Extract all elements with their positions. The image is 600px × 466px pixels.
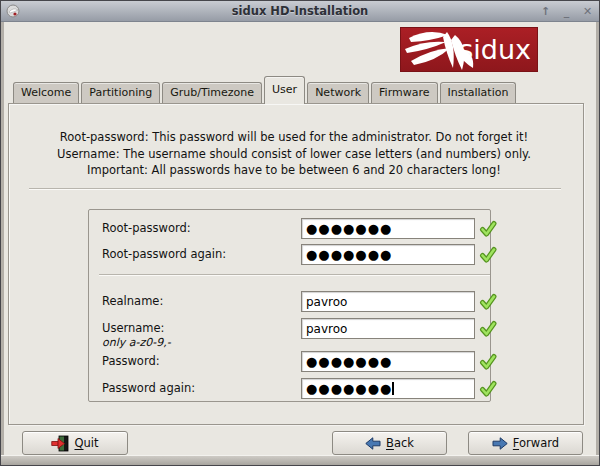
root-password-label: Root-password: xyxy=(102,218,191,239)
password-valid-check-icon xyxy=(479,353,497,371)
quit-button[interactable]: Quit xyxy=(22,431,128,455)
realname-row: Realname: pavroo xyxy=(89,291,490,312)
info-text: Root-password: This password will be use… xyxy=(19,129,569,179)
root-password-valid-check-icon xyxy=(479,220,497,238)
user-form-frame: Root-password: ●●●●●●● Root-password aga… xyxy=(88,209,491,402)
password-label: Password: xyxy=(102,351,160,372)
shade-button[interactable]: ↑ xyxy=(539,1,552,22)
root-password-again-label: Root-password again: xyxy=(102,244,226,265)
close-button[interactable]: ✕ xyxy=(581,1,594,22)
back-arrow-icon xyxy=(365,437,381,450)
tab-firmware[interactable]: Firmware xyxy=(371,82,437,103)
exit-door-icon xyxy=(51,435,69,452)
username-field[interactable]: pavroo xyxy=(301,318,475,339)
password-again-row: Password again: ●●●●●●● xyxy=(89,378,490,399)
root-password-field[interactable]: ●●●●●●● xyxy=(301,218,475,239)
sidux-logo: sidux xyxy=(400,27,538,72)
sidux-logo-text: sidux xyxy=(459,31,531,69)
realname-label: Realname: xyxy=(102,291,163,312)
root-password-again-field[interactable]: ●●●●●●● xyxy=(301,244,475,265)
realname-valid-check-icon xyxy=(479,293,497,311)
password-row: Password: ●●●●●●● xyxy=(89,351,490,372)
realname-field[interactable]: pavroo xyxy=(301,291,475,312)
info-line-username: Username: The username should consist of… xyxy=(19,146,569,163)
back-button[interactable]: Back xyxy=(332,431,447,455)
forward-button[interactable]: Forward xyxy=(468,431,583,455)
info-separator xyxy=(29,188,561,190)
tab-bar: Welcome Partitioning Grub/Timezone User … xyxy=(13,76,518,103)
back-button-label: Back xyxy=(386,436,414,450)
tab-grub-timezone[interactable]: Grub/Timezone xyxy=(162,82,262,103)
info-line-root-password: Root-password: This password will be use… xyxy=(19,129,569,146)
window-title: sidux HD-Installation xyxy=(1,1,599,22)
tab-partitioning[interactable]: Partitioning xyxy=(81,82,160,103)
status-bar xyxy=(1,455,599,465)
forward-arrow-icon xyxy=(492,437,508,450)
password-again-field[interactable]: ●●●●●●● xyxy=(301,378,475,399)
form-separator xyxy=(99,274,490,276)
minimize-button[interactable]: _ xyxy=(560,1,573,22)
text-caret xyxy=(392,382,394,395)
info-line-important: Important: All passwords have to be betw… xyxy=(19,162,569,179)
titlebar[interactable]: sidux HD-Installation ↑ _ ✕ xyxy=(1,1,599,22)
root-password-again-valid-check-icon xyxy=(479,246,497,264)
tab-welcome[interactable]: Welcome xyxy=(13,82,79,103)
forward-button-label: Forward xyxy=(513,436,559,450)
tab-user[interactable]: User xyxy=(264,76,305,104)
user-tab-panel: Root-password: This password will be use… xyxy=(8,103,584,425)
tab-network[interactable]: Network xyxy=(307,82,369,103)
tab-installation[interactable]: Installation xyxy=(440,82,517,103)
password-field[interactable]: ●●●●●●● xyxy=(301,351,475,372)
username-note: only a-z0-9,- xyxy=(102,336,171,349)
window-content: sidux Welcome Partitioning Grub/Timezone… xyxy=(4,22,596,455)
window: { "window": { "title": "sidux HD-Install… xyxy=(0,0,600,466)
root-password-again-row: Root-password again: ●●●●●●● xyxy=(89,244,490,265)
password-again-label: Password again: xyxy=(102,378,195,399)
username-valid-check-icon xyxy=(479,320,497,338)
quit-button-label: Quit xyxy=(74,436,98,450)
root-password-row: Root-password: ●●●●●●● xyxy=(89,218,490,239)
password-again-valid-check-icon xyxy=(479,380,497,398)
